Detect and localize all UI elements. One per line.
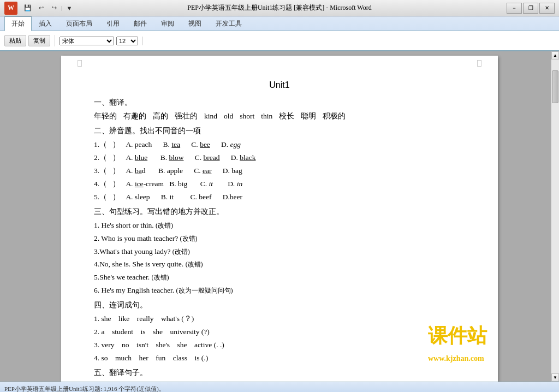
watermark: 课件站 www.kjzhan.com [428,319,487,365]
sentence-item-6: 6. He's my English teacher. (改为一般疑问问句) [94,284,465,297]
tab-home[interactable]: 开始 [4,16,32,31]
vocabulary-line: 年轻的 有趣的 高的 强壮的 kind old short thin 校长 聪明… [94,110,465,123]
word-4: 强壮的 [175,110,198,123]
undo-button[interactable]: ↩ [35,2,47,14]
vertical-scrollbar[interactable]: ▲ ▼ [551,51,559,382]
tab-review[interactable]: 审阅 [154,16,181,31]
scroll-track[interactable] [551,60,559,373]
title-bar: W 💾 ↩ ↪ | ▼ PEP小学英语五年级上册Unit1练习题 [兼容模式] … [0,0,559,16]
sentence-item-5: 5.She's we teacher. (改错) [94,271,465,284]
reorder-item-4: 4. so much her fun class is (.) [94,352,465,365]
phonics-item-3: 3.（ ） A. bad B. apple C. ear D. bag [94,165,465,177]
word-7: short [240,110,254,123]
tab-view[interactable]: 视图 [181,16,209,31]
word-5: kind [204,110,217,123]
reorder-item-3: 3. very no isn't she's she active (. .) [94,339,465,352]
word-11: 积极的 [323,110,346,123]
close-button[interactable]: ✕ [539,3,555,14]
title-bar-left: W 💾 ↩ ↪ | ▼ [4,2,75,15]
phonics-item-5: 5.（ ） A. sleep B. it C. beef D.beer [94,191,465,204]
main-area: Unit1 一、翻译。 年轻的 有趣的 高的 强壮的 kind old shor… [0,51,559,382]
tab-insert[interactable]: 插入 [32,16,59,31]
phonics-item-4: 4.（ ） A. ice-cream B. big C. it D. in [94,178,465,191]
tab-mail[interactable]: 邮件 [127,16,154,31]
sentence-item-3: 3.What's that young lady? (改错) [94,246,465,258]
watermark-text1: 课件站 [428,319,487,352]
minimize-button[interactable]: － [507,3,522,14]
ribbon: 开始 插入 页面布局 引用 邮件 审阅 视图 开发工具 粘贴 复制 宋体 12 [0,16,559,51]
reorder-item-1: 1. she like really what's (？) [94,313,465,325]
status-text: PEP小学英语五年级上册Unit1练习题: 1,916 个字符(近似值)。 [4,385,165,393]
tab-references[interactable]: 引用 [99,16,127,31]
word-2: 有趣的 [123,110,146,123]
reorder-item-2: 2. a student is she university (?) [94,326,465,338]
left-margin [0,51,8,382]
word-3: 高的 [153,110,168,123]
sentence-item-4: 4.No, she is. She is very quite. (改错) [94,258,465,271]
tab-developer[interactable]: 开发工具 [209,16,249,31]
section5-header: 五、翻译句子。 [94,367,465,379]
save-button[interactable]: 💾 [22,2,34,14]
document-area: Unit1 一、翻译。 年轻的 有趣的 高的 强壮的 kind old shor… [8,51,551,382]
section1-header: 一、翻译。 [94,97,465,109]
clipboard-group: 粘贴 复制 [4,35,55,46]
section4-header: 四、连词成句。 [94,299,465,312]
word-1: 年轻的 [94,110,117,123]
word-10: 聪明 [301,110,316,123]
restore-button[interactable]: ❐ [523,3,538,14]
translate-item-1: 1. 我有一个新的数学老师，我很喜欢他。 [94,381,465,382]
redo-button[interactable]: ↪ [48,2,60,14]
status-bar: PEP小学英语五年级上册Unit1练习题: 1,916 个字符(近似值)。 [0,382,559,392]
document-page: Unit1 一、翻译。 年轻的 有趣的 高的 强壮的 kind old shor… [61,56,498,382]
watermark-text2: www.kjzhan.com [428,352,487,365]
word-8: thin [261,110,272,123]
paste-button[interactable]: 粘贴 [4,35,26,46]
section3-header: 三、句型练习。写出错的地方并改正。 [94,206,465,218]
word-6: old [224,110,233,123]
font-size-select[interactable]: 12 [116,37,138,45]
ribbon-tabs: 开始 插入 页面布局 引用 邮件 审阅 视图 开发工具 [0,16,559,31]
customize-button[interactable]: ▼ [63,2,75,14]
quick-access-toolbar: 💾 ↩ ↪ | ▼ [22,2,75,14]
ruler-marker-right [477,60,481,67]
phonics-item-1: 1.（ ） A. peach B. tea C. bee D. egg [94,139,465,151]
ribbon-content: 粘贴 复制 宋体 12 [0,31,559,50]
font-family-select[interactable]: 宋体 [60,37,114,45]
window-controls: － ❐ ✕ [507,3,555,14]
scroll-up-arrow[interactable]: ▲ [551,51,559,60]
phonics-item-2: 2.（ ） A. blue B. blow C. bread D. black [94,152,465,164]
office-logo: W [4,2,17,15]
title-bar-title: PEP小学英语五年级上册Unit1练习题 [兼容模式] - Microsoft … [0,3,559,13]
tab-page-layout[interactable]: 页面布局 [59,16,99,31]
section2-header: 二、辨音题。找出不同音的一项 [94,125,465,138]
word-9: 校长 [279,110,294,123]
sentence-item-2: 2. Who is you math teacher? (改错) [94,233,465,245]
scroll-down-arrow[interactable]: ▼ [551,373,559,382]
document-title: Unit1 [94,78,465,92]
copy-button[interactable]: 复制 [28,35,50,46]
sentence-item-1: 1. He's short or thin. (改错) [94,219,465,232]
font-group: 宋体 12 [60,37,143,45]
ruler-marker-left [78,60,82,67]
scroll-thumb[interactable] [552,70,558,103]
